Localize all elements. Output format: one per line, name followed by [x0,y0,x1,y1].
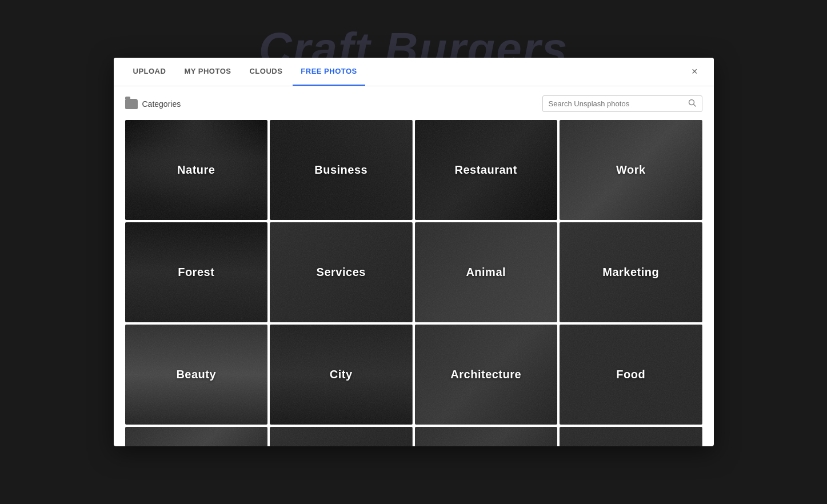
tile-label-services: Services [270,222,413,322]
category-tile-work[interactable]: Work [560,120,702,220]
category-tile-bottom1[interactable] [125,427,268,446]
category-tile-animal[interactable]: Animal [415,222,558,322]
category-tile-nature[interactable]: Nature [125,120,268,220]
tile-label-architecture: Architecture [415,325,558,425]
tile-label-forest: Forest [125,222,268,322]
tab-clouds[interactable]: CLOUDS [241,58,290,86]
svg-line-1 [693,105,696,107]
modal-body: Categories NatureBusinessRestaurantWorkF… [114,86,714,446]
search-icon [688,99,696,109]
tile-label-marketing: Marketing [560,222,702,322]
categories-bar: Categories [125,95,702,112]
category-tile-restaurant[interactable]: Restaurant [415,120,558,220]
tile-label-work: Work [560,120,702,220]
tile-label-restaurant: Restaurant [415,120,558,220]
categories-text: Categories [142,99,181,109]
tile-label-city: City [270,325,413,425]
category-tile-architecture[interactable]: Architecture [415,325,558,425]
tile-label-bottom2 [270,427,413,446]
category-tile-forest[interactable]: Forest [125,222,268,322]
category-tile-bottom2[interactable] [270,427,413,446]
tab-upload[interactable]: UPLOAD [125,58,174,86]
tile-label-bottom1 [125,427,268,446]
search-input[interactable] [549,99,688,108]
search-box [542,95,702,112]
tile-label-beauty: Beauty [125,325,268,425]
tile-label-animal: Animal [415,222,558,322]
tile-label-nature: Nature [125,120,268,220]
tab-my-photos[interactable]: MY PHOTOS [176,58,239,86]
close-button[interactable]: × [687,63,702,80]
category-tile-marketing[interactable]: Marketing [560,222,702,322]
tile-label-bottom3 [415,427,558,446]
categories-label: Categories [125,99,181,109]
category-tile-business[interactable]: Business [270,120,413,220]
category-grid: NatureBusinessRestaurantWorkForestServic… [125,120,702,446]
category-tile-food[interactable]: Food [560,325,702,425]
category-tile-city[interactable]: City [270,325,413,425]
modal: UPLOAD MY PHOTOS CLOUDS FREE PHOTOS × Ca… [114,58,714,446]
tile-label-bottom4 [560,427,702,446]
tab-free-photos[interactable]: FREE PHOTOS [293,58,365,86]
tile-label-food: Food [560,325,702,425]
folder-icon [125,99,138,109]
category-tile-bottom3[interactable] [415,427,558,446]
modal-overlay: UPLOAD MY PHOTOS CLOUDS FREE PHOTOS × Ca… [0,0,827,504]
category-tile-beauty[interactable]: Beauty [125,325,268,425]
tile-label-business: Business [270,120,413,220]
category-tile-bottom4[interactable] [560,427,702,446]
modal-header: UPLOAD MY PHOTOS CLOUDS FREE PHOTOS × [114,58,714,86]
category-tile-services[interactable]: Services [270,222,413,322]
